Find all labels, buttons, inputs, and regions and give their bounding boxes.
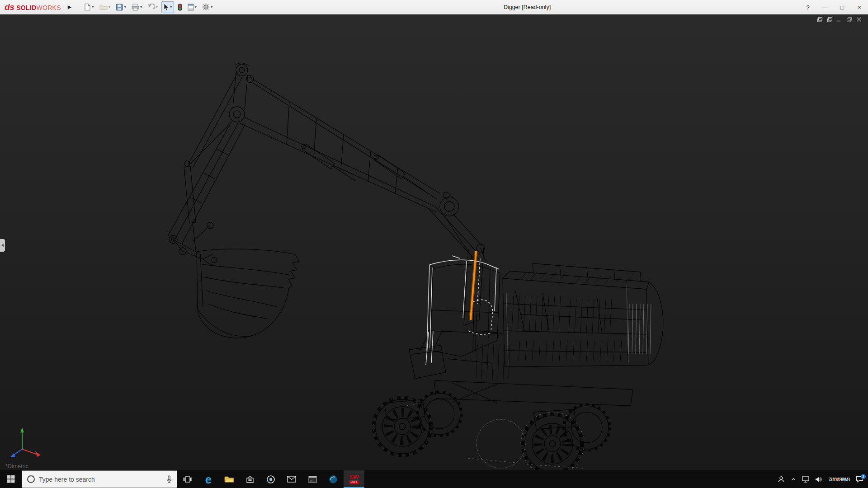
open-folder-icon bbox=[99, 4, 108, 10]
gear-icon bbox=[202, 3, 210, 11]
rebuild-icon bbox=[178, 4, 182, 11]
task-view-icon bbox=[183, 476, 192, 483]
store-button[interactable] bbox=[240, 470, 260, 488]
close-button[interactable]: × bbox=[851, 0, 868, 14]
microphone-icon[interactable] bbox=[166, 475, 172, 483]
store-bag-icon bbox=[246, 475, 254, 483]
doc-close-icon[interactable] bbox=[856, 17, 862, 22]
network-monitor-icon bbox=[802, 476, 809, 483]
edrawings-button[interactable] bbox=[323, 470, 344, 488]
circle-app-button[interactable] bbox=[260, 470, 281, 488]
mail-button[interactable] bbox=[281, 470, 302, 488]
doc-restore-icon[interactable] bbox=[846, 17, 852, 22]
dropdown-caret-icon: ▾ bbox=[156, 5, 158, 9]
ds-logo-icon: ds bbox=[5, 2, 14, 12]
maximize-icon: □ bbox=[840, 4, 844, 11]
task-view-button[interactable] bbox=[177, 470, 198, 488]
solidworks-2017-icon: SW 2017 bbox=[349, 474, 359, 484]
windows-taskbar: e SW 2017 bbox=[0, 470, 868, 488]
minimize-button[interactable]: — bbox=[816, 0, 834, 14]
undo-icon bbox=[147, 4, 155, 10]
view-orientation-label: *Dimetric bbox=[5, 463, 28, 469]
help-button[interactable]: ? bbox=[799, 0, 816, 14]
windows-logo-icon bbox=[7, 475, 15, 483]
volume-button[interactable] bbox=[815, 476, 822, 483]
notification-badge: 2 bbox=[861, 474, 866, 479]
dropdown-caret-icon: ▾ bbox=[195, 5, 197, 9]
dropdown-caret-icon: ▾ bbox=[92, 5, 94, 9]
edge-icon: e bbox=[205, 474, 212, 485]
taskbar-search[interactable] bbox=[22, 470, 177, 488]
doc-minimize-icon[interactable] bbox=[837, 17, 842, 22]
speaker-icon bbox=[815, 476, 822, 483]
collapsed-panel-tab[interactable] bbox=[0, 239, 5, 252]
save-icon bbox=[116, 4, 123, 11]
folder-icon bbox=[224, 475, 234, 483]
chevron-left-icon bbox=[1, 244, 4, 247]
network-button[interactable] bbox=[802, 476, 809, 483]
minimize-icon: — bbox=[822, 4, 828, 11]
chevron-up-icon bbox=[791, 477, 796, 482]
save-button[interactable]: ▾ bbox=[114, 1, 128, 13]
system-tray: 3:00 PM 7/11/2018 2 bbox=[778, 470, 868, 488]
brand-name-light: WORKS bbox=[36, 4, 61, 11]
close-icon: × bbox=[858, 4, 861, 11]
rebuild-button[interactable] bbox=[176, 1, 184, 13]
search-input[interactable] bbox=[39, 476, 161, 483]
file-properties-icon bbox=[188, 4, 194, 11]
solidworks-taskbar-button[interactable]: SW 2017 bbox=[344, 470, 364, 488]
dropdown-caret-icon: ▾ bbox=[140, 5, 142, 9]
brand-name-bold: SOLID bbox=[16, 4, 36, 11]
people-icon bbox=[778, 476, 785, 483]
action-center-button[interactable]: 2 bbox=[856, 476, 863, 483]
new-document-button[interactable]: ▾ bbox=[82, 1, 96, 13]
select-button[interactable]: ▾ bbox=[161, 1, 174, 13]
dropdown-caret-icon: ▾ bbox=[124, 5, 126, 9]
print-button[interactable]: ▾ bbox=[130, 1, 144, 13]
dropdown-caret-icon: ▾ bbox=[108, 5, 111, 9]
cortana-icon bbox=[27, 475, 35, 483]
help-icon: ? bbox=[806, 4, 809, 11]
start-button[interactable] bbox=[0, 470, 22, 488]
mail-envelope-icon bbox=[287, 476, 296, 483]
edrawings-icon bbox=[329, 475, 338, 484]
undo-button[interactable]: ▾ bbox=[146, 1, 160, 13]
orientation-triad bbox=[2, 418, 45, 460]
solidworks-logo: ds SOLID WORKS bbox=[0, 2, 64, 12]
file-explorer-button[interactable] bbox=[219, 470, 240, 488]
print-icon bbox=[132, 4, 139, 11]
document-window-controls bbox=[817, 17, 862, 22]
open-document-button[interactable]: ▾ bbox=[98, 1, 113, 13]
doc-window-icon[interactable] bbox=[817, 17, 823, 22]
window-controls: ? — □ × bbox=[799, 0, 868, 14]
menu-flyout-button[interactable]: ▶ bbox=[64, 2, 75, 12]
dropdown-caret-icon: ▾ bbox=[170, 5, 172, 9]
command-prompt-button[interactable] bbox=[302, 470, 323, 488]
excavator-wireframe-model[interactable] bbox=[0, 14, 868, 470]
dropdown-caret-icon: ▾ bbox=[211, 5, 213, 9]
select-cursor-icon bbox=[163, 3, 169, 11]
app-titlebar: ds SOLID WORKS ▶ ▾ ▾ ▾ ▾ bbox=[0, 0, 868, 14]
file-properties-button[interactable]: ▾ bbox=[186, 1, 199, 13]
flyout-arrow-icon: ▶ bbox=[68, 4, 71, 9]
document-title: Digger [Read-only] bbox=[504, 0, 551, 14]
people-button[interactable] bbox=[778, 476, 785, 483]
new-document-icon bbox=[84, 3, 91, 11]
screen: ds SOLID WORKS ▶ ▾ ▾ ▾ ▾ bbox=[0, 0, 868, 488]
doc-window-icon[interactable] bbox=[827, 17, 833, 22]
edge-button[interactable]: e bbox=[198, 470, 219, 488]
command-prompt-icon bbox=[308, 476, 317, 483]
hidden-icons-button[interactable] bbox=[791, 477, 796, 482]
options-button[interactable]: ▾ bbox=[200, 1, 215, 13]
maximize-button[interactable]: □ bbox=[834, 0, 851, 14]
graphics-viewport[interactable]: *Dimetric bbox=[0, 14, 868, 470]
circle-app-icon bbox=[266, 475, 275, 484]
main-toolbar: ▾ ▾ ▾ ▾ ▾ ▾ bbox=[81, 0, 215, 14]
